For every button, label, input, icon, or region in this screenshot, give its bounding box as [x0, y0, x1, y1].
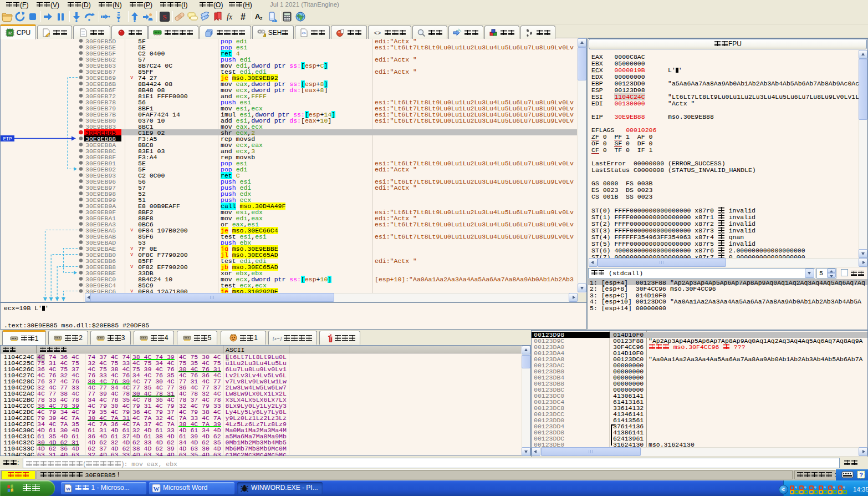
svg-text:<>: <>	[302, 31, 306, 35]
svg-text:W: W	[154, 485, 160, 492]
svg-text:S: S	[162, 13, 166, 21]
svg-text:z: z	[260, 16, 263, 21]
svg-text:W: W	[66, 487, 70, 492]
svg-text:32: 32	[8, 31, 12, 35]
svg-text:?: ?	[859, 472, 863, 478]
svg-text:EIP: EIP	[3, 136, 12, 142]
svg-text:fx: fx	[227, 13, 233, 21]
svg-text:<>: <>	[374, 29, 381, 36]
svg-text:[x=]: [x=]	[273, 336, 282, 341]
svg-text:#: #	[241, 12, 246, 22]
